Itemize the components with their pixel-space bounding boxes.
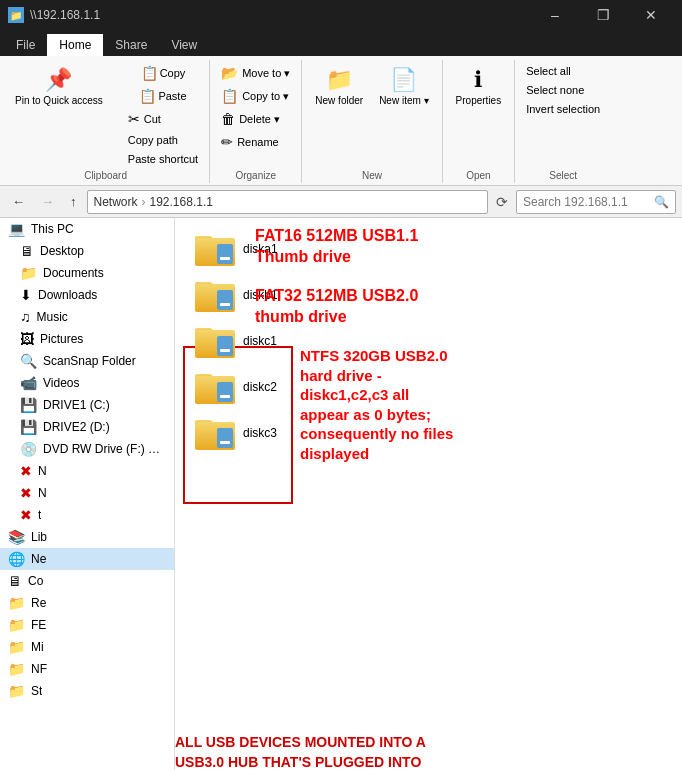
cut-button[interactable]: ✂ Cut xyxy=(123,108,203,130)
sidebar-item-n1[interactable]: ✖ N xyxy=(0,460,174,482)
copy-to-icon: 📋 xyxy=(221,88,238,104)
back-button[interactable]: ← xyxy=(6,191,31,212)
new-item-button[interactable]: 📄 New item ▾ xyxy=(372,62,435,111)
delete-button[interactable]: 🗑 Delete ▾ xyxy=(216,108,295,130)
move-to-button[interactable]: 📂 Move to ▾ xyxy=(216,62,295,84)
ribbon-group-new: 📁 New folder 📄 New item ▾ New xyxy=(302,60,442,183)
sidebar-item-mi[interactable]: 📁 Mi xyxy=(0,636,174,658)
sidebar-item-network[interactable]: 🌐 Ne xyxy=(0,548,174,570)
sidebar-item-downloads[interactable]: ⬇ Downloads xyxy=(0,284,174,306)
open-content: ℹ Properties xyxy=(449,62,509,168)
sidebar-label-re: Re xyxy=(31,596,46,610)
videos-icon: 📹 xyxy=(20,375,37,391)
pin-quick-access-button[interactable]: 📌 Pin to Quick access xyxy=(8,62,110,112)
sidebar-item-music[interactable]: ♫ Music xyxy=(0,306,174,328)
file-name-diskc2: diskc2 xyxy=(243,380,277,394)
sidebar-label-co: Co xyxy=(28,574,43,588)
path-part-network: Network xyxy=(94,195,138,209)
ribbon-group-open: ℹ Properties Open xyxy=(443,60,516,183)
nf-icon: 📁 xyxy=(8,661,25,677)
forward-button[interactable]: → xyxy=(35,191,60,212)
tab-view[interactable]: View xyxy=(159,34,209,56)
restore-button[interactable]: ❐ xyxy=(580,0,626,30)
desktop-icon: 🖥 xyxy=(20,243,34,259)
sidebar-item-lib[interactable]: 📚 Lib xyxy=(0,526,174,548)
sidebar-item-videos[interactable]: 📹 Videos xyxy=(0,372,174,394)
select-none-button[interactable]: Select none xyxy=(521,81,605,99)
copy-to-button[interactable]: 📋 Copy to ▾ xyxy=(216,85,295,107)
sidebar-label-lib: Lib xyxy=(31,530,47,544)
tab-file[interactable]: File xyxy=(4,34,47,56)
address-path[interactable]: Network › 192.168.1.1 xyxy=(87,190,489,214)
annotation-bottom: ALL USB DEVICES MOUNTED INTO AUSB3.0 HUB… xyxy=(175,733,515,770)
paste-shortcut-button[interactable]: Paste shortcut xyxy=(123,150,203,168)
sidebar-item-nf[interactable]: 📁 NF xyxy=(0,658,174,680)
minimize-button[interactable]: – xyxy=(532,0,578,30)
clipboard-content: 📌 Pin to Quick access 📋 Copy 📋 Paste ✂ C… xyxy=(8,62,203,168)
annotation-diskc: NTFS 320GB USB2.0hard drive -diskc1,c2,c… xyxy=(300,346,520,463)
sidebar-item-this-pc[interactable]: 💻 This PC xyxy=(0,218,174,240)
paste-icon: 📋 xyxy=(139,88,156,104)
paste-button[interactable]: 📋 Paste xyxy=(123,85,203,107)
lib-icon: 📚 xyxy=(8,529,25,545)
select-all-button[interactable]: Select all xyxy=(521,62,605,80)
n1-icon: ✖ xyxy=(20,463,32,479)
invert-selection-button[interactable]: Invert selection xyxy=(521,100,605,118)
sidebar-item-fe[interactable]: 📁 FE xyxy=(0,614,174,636)
select-col: Select all Select none Invert selection xyxy=(521,62,605,118)
sidebar-item-st[interactable]: 📁 St xyxy=(0,680,174,702)
st-icon: 📁 xyxy=(8,683,25,699)
main-area: 💻 This PC 🖥 Desktop 📁 Documents ⬇ Downlo… xyxy=(0,218,682,770)
sidebar-label-scansnap: ScanSnap Folder xyxy=(43,354,136,368)
n2-icon: ✖ xyxy=(20,485,32,501)
pictures-icon: 🖼 xyxy=(20,331,34,347)
tab-home[interactable]: Home xyxy=(47,34,103,56)
ribbon-group-organize: 📂 Move to ▾ 📋 Copy to ▾ 🗑 Delete ▾ ✏ Ren… xyxy=(210,60,302,183)
cut-icon: ✂ xyxy=(128,111,140,127)
sidebar-label-n1: N xyxy=(38,464,47,478)
sidebar-item-t1[interactable]: ✖ t xyxy=(0,504,174,526)
copy-button[interactable]: 📋 Copy xyxy=(123,62,203,84)
file-view: diska1 FAT16 512MB USB1.1Thumb drive dis… xyxy=(175,218,682,770)
sidebar-item-dvd[interactable]: 💿 DVD RW Drive (F:) Driver xyxy=(0,438,174,460)
properties-button[interactable]: ℹ Properties xyxy=(449,62,509,111)
sidebar-label-documents: Documents xyxy=(43,266,104,280)
t1-icon: ✖ xyxy=(20,507,32,523)
sidebar-item-n2[interactable]: ✖ N xyxy=(0,482,174,504)
close-button[interactable]: ✕ xyxy=(628,0,674,30)
open-label: Open xyxy=(466,170,490,181)
sidebar-label-n2: N xyxy=(38,486,47,500)
sidebar-item-desktop[interactable]: 🖥 Desktop xyxy=(0,240,174,262)
sidebar-label-network: Ne xyxy=(31,552,46,566)
sidebar-item-pictures[interactable]: 🖼 Pictures xyxy=(0,328,174,350)
sidebar-label-dvd: DVD RW Drive (F:) Driver xyxy=(43,442,166,456)
sidebar-item-re[interactable]: 📁 Re xyxy=(0,592,174,614)
delete-label: Delete ▾ xyxy=(239,113,280,126)
search-input[interactable] xyxy=(523,195,654,209)
rename-button[interactable]: ✏ Rename xyxy=(216,131,295,153)
scansnap-icon: 🔍 xyxy=(20,353,37,369)
sidebar-label-nf: NF xyxy=(31,662,47,676)
title-bar-left: 📁 \\192.168.1.1 xyxy=(8,7,100,23)
file-name-diskc1: diskc1 xyxy=(243,334,277,348)
sidebar-item-drive-c[interactable]: 💾 DRIVE1 (C:) xyxy=(0,394,174,416)
sidebar-item-drive-d[interactable]: 💾 DRIVE2 (D:) xyxy=(0,416,174,438)
tab-share[interactable]: Share xyxy=(103,34,159,56)
sidebar-item-scansnap[interactable]: 🔍 ScanSnap Folder xyxy=(0,350,174,372)
organize-label: Organize xyxy=(235,170,276,181)
network-icon: 🌐 xyxy=(8,551,25,567)
ribbon-group-select: Select all Select none Invert selection … xyxy=(515,60,611,183)
sidebar-label-pictures: Pictures xyxy=(40,332,83,346)
sidebar-item-documents[interactable]: 📁 Documents xyxy=(0,262,174,284)
cut-label: Cut xyxy=(144,113,161,125)
refresh-button[interactable]: ⟳ xyxy=(492,192,512,212)
up-button[interactable]: ↑ xyxy=(64,191,83,212)
copy-path-button[interactable]: Copy path xyxy=(123,131,203,149)
ribbon: 📌 Pin to Quick access 📋 Copy 📋 Paste ✂ C… xyxy=(0,56,682,186)
organize-content: 📂 Move to ▾ 📋 Copy to ▾ 🗑 Delete ▾ ✏ Ren… xyxy=(216,62,295,168)
new-folder-button[interactable]: 📁 New folder xyxy=(308,62,370,111)
sidebar-item-co[interactable]: 🖥 Co xyxy=(0,570,174,592)
search-box[interactable]: 🔍 xyxy=(516,190,676,214)
music-icon: ♫ xyxy=(20,309,31,325)
file-name-diskc3: diskc3 xyxy=(243,426,277,440)
